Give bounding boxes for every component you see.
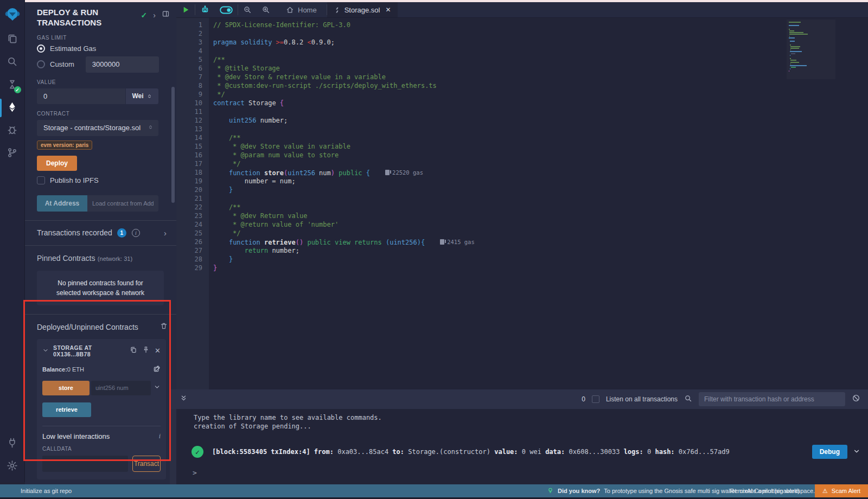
code-line[interactable]: 26 function retrieve() public view retur… (176, 238, 868, 246)
copilot-toggle[interactable] (215, 2, 238, 17)
ai-copilot-button[interactable] (195, 2, 215, 17)
pin-panel-icon[interactable] (162, 10, 170, 20)
custom-gas-option[interactable]: Custom (37, 56, 170, 73)
code-line[interactable]: 16 * @param num value to store (176, 151, 868, 159)
code-line[interactable]: 27 return number; (176, 246, 868, 255)
code-editor[interactable]: 1// SPDX-License-Identifier: GPL-3.023pr… (176, 18, 868, 389)
transactions-recorded-section[interactable]: Transactions recorded 1 i › (25, 220, 176, 245)
sidebar-item-file-explorer[interactable] (0, 28, 25, 51)
trash-icon[interactable] (160, 322, 168, 332)
code-line[interactable]: 4 (176, 47, 868, 55)
pinned-contracts-section: Pinned Contracts (network: 31) No pinned… (25, 245, 176, 313)
code-line[interactable]: 1// SPDX-License-Identifier: GPL-3.0 (176, 21, 868, 29)
sidebar-item-git[interactable] (0, 142, 25, 165)
chevron-right-icon[interactable]: › (164, 228, 167, 238)
transaction-result-row[interactable]: ✓ [block:5583405 txIndex:4] from: 0xa03.… (176, 445, 868, 459)
transactions-count-badge: 1 (117, 228, 126, 238)
editor-minimap[interactable] (787, 20, 835, 79)
sidebar-item-search[interactable] (0, 51, 25, 74)
edit-icon[interactable] (153, 365, 161, 374)
git-init-link[interactable]: Initialize as git repo (21, 488, 72, 494)
sidebar-item-plugin-manager[interactable] (0, 432, 25, 455)
code-line[interactable]: 25 */ (176, 229, 868, 238)
code-line[interactable]: 29} (176, 264, 868, 272)
listen-all-checkbox[interactable] (592, 395, 599, 403)
icon-rail: ✓ (0, 0, 25, 482)
chevron-down-icon[interactable] (42, 346, 49, 356)
estimated-gas-radio[interactable] (37, 44, 45, 53)
code-line[interactable]: 24 * @return value of 'number' (176, 220, 868, 229)
close-tab-icon[interactable]: ✕ (385, 6, 391, 14)
calldata-input[interactable] (42, 456, 128, 472)
terminal-prompt[interactable]: > (193, 469, 197, 477)
code-area[interactable]: 1// SPDX-License-Identifier: GPL-3.023pr… (176, 21, 868, 272)
sidebar-item-settings[interactable] (0, 455, 25, 478)
custom-gas-radio[interactable] (37, 60, 45, 68)
code-line[interactable]: 19 number = num; (176, 177, 868, 185)
code-line[interactable]: 6 * @title Storage (176, 64, 868, 73)
at-address-input[interactable] (87, 195, 158, 212)
publish-ipfs-checkbox[interactable] (37, 176, 45, 184)
sidebar-item-solidity-compiler[interactable]: ✓ (0, 74, 25, 97)
pinned-contracts-title: Pinned Contracts (37, 254, 95, 263)
code-line[interactable]: 20 } (176, 185, 868, 194)
zoom-out-button[interactable] (238, 2, 257, 17)
code-line[interactable]: 28 } (176, 255, 868, 264)
tab-storage-sol[interactable]: Storage.sol ✕ (327, 2, 398, 17)
at-address-button[interactable]: At Address (37, 195, 87, 212)
zoom-in-button[interactable] (257, 2, 275, 17)
instance-name[interactable]: STORAGE AT 0X136...8B78 (53, 344, 125, 357)
code-line[interactable]: 23 * @dev Return value (176, 212, 868, 220)
chevron-down-icon[interactable] (853, 447, 860, 457)
sidebar-item-debugger[interactable] (0, 119, 25, 142)
code-line[interactable]: 9 */ (176, 90, 868, 99)
chevron-right-icon[interactable]: › (153, 11, 156, 20)
close-icon[interactable]: ✕ (155, 347, 161, 355)
code-line[interactable]: 7 * @dev Store & retrieve value in a var… (176, 73, 868, 81)
code-line[interactable]: 14 /** (176, 133, 868, 142)
custom-gas-input[interactable] (86, 56, 159, 73)
deploy-button[interactable]: Deploy (37, 156, 77, 171)
code-line[interactable]: 17 */ (176, 159, 868, 168)
copilot-status[interactable]: RemixAI Copilot (enabled) (730, 488, 800, 494)
value-unit-select[interactable]: Wei (126, 88, 158, 104)
code-line[interactable]: 5/** (176, 55, 868, 64)
contract-select[interactable]: Storage - contracts/Storage.sol (37, 120, 158, 136)
code-line[interactable]: 8 * @custom:dev-run-script ./scripts/dep… (176, 81, 868, 90)
info-icon[interactable]: i (159, 432, 161, 440)
plugin-manager-icon (7, 437, 18, 451)
publish-ipfs-option[interactable]: Publish to IPFS (37, 176, 170, 184)
code-line[interactable]: 15 * @dev Store value in variable (176, 142, 868, 151)
store-arg-input[interactable] (91, 381, 151, 395)
code-line[interactable]: 21 (176, 194, 868, 203)
code-line[interactable]: 12 uint256 number; (176, 116, 868, 125)
terminal-filter-input[interactable] (699, 392, 845, 406)
pin-icon[interactable] (142, 346, 150, 356)
code-line[interactable]: 10contract Storage { (176, 99, 868, 107)
expand-terminal-icon[interactable] (180, 394, 188, 405)
tab-home[interactable]: Home (279, 2, 323, 17)
sidebar-item-deploy-run[interactable] (0, 97, 25, 119)
transact-button[interactable]: Transact (132, 456, 161, 472)
store-function-button[interactable]: store (42, 381, 90, 395)
debug-button[interactable]: Debug (812, 445, 847, 459)
run-script-button[interactable] (176, 2, 195, 17)
retrieve-function-button[interactable]: retrieve (42, 402, 91, 417)
info-icon[interactable]: i (132, 229, 140, 237)
remix-logo[interactable] (0, 0, 25, 28)
code-line[interactable]: 22 /** (176, 203, 868, 212)
terminal-output[interactable]: Type the library name to see available c… (176, 409, 868, 484)
code-line[interactable]: 18 function store(uint256 num) public {2… (176, 168, 868, 177)
value-input[interactable] (37, 88, 125, 104)
ban-icon[interactable] (852, 394, 860, 405)
scam-alert-button[interactable]: ⚠ Scam Alert (815, 484, 868, 497)
code-line[interactable]: 2 (176, 29, 868, 38)
estimated-gas-option[interactable]: Estimated Gas (37, 44, 170, 53)
code-line[interactable]: 13 (176, 125, 868, 133)
panel-scrollbar[interactable] (171, 87, 175, 203)
pending-tx-count: 0 (582, 395, 585, 403)
code-line[interactable]: 3pragma solidity >=0.8.2 <0.9.0; (176, 38, 868, 47)
code-line[interactable]: 11 (176, 107, 868, 116)
copy-icon[interactable] (130, 346, 137, 356)
chevron-down-icon[interactable] (154, 383, 161, 393)
